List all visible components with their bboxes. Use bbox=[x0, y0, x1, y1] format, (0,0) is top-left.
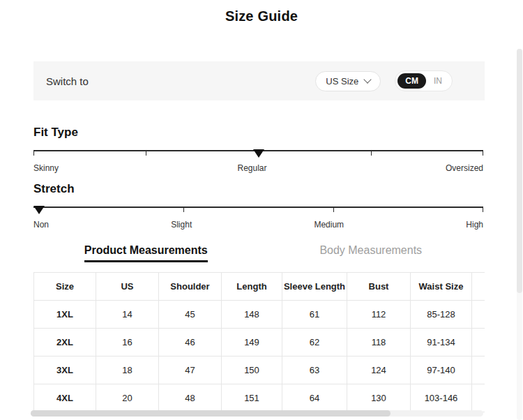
unit-option-in[interactable]: IN bbox=[426, 73, 450, 89]
switch-to-label: Switch to bbox=[46, 75, 89, 87]
value-cell: 118 bbox=[347, 329, 411, 357]
stretch-label: Non bbox=[33, 220, 49, 230]
switch-controls: US Size CM IN bbox=[315, 70, 453, 91]
value-cell bbox=[472, 384, 485, 412]
column-header bbox=[472, 273, 485, 301]
value-cell: 61 bbox=[282, 301, 347, 329]
fit-type-scale bbox=[33, 150, 483, 151]
value-cell: 46 bbox=[159, 329, 222, 357]
fit-type-tick bbox=[483, 151, 483, 156]
horizontal-scrollbar-thumb[interactable] bbox=[31, 410, 391, 417]
measurement-tabs: Product Measurements Body Measurements bbox=[33, 244, 483, 262]
stretch-label: High bbox=[466, 220, 483, 230]
column-header: Waist Size bbox=[411, 273, 472, 301]
value-cell: 149 bbox=[222, 329, 282, 357]
chevron-down-icon bbox=[364, 75, 372, 83]
stretch-scale-labels: NonSlightMediumHigh bbox=[33, 220, 483, 230]
tab-body-measurements-label: Body Measurements bbox=[319, 244, 422, 260]
value-cell: 103-146 bbox=[411, 384, 472, 412]
measurements-table-viewport: SizeUSShoulderLengthSleeve LengthBustWai… bbox=[33, 272, 485, 412]
fit-type-label: Oversized bbox=[446, 163, 483, 173]
value-cell: 151 bbox=[222, 384, 282, 412]
value-cell: 85-128 bbox=[411, 301, 472, 329]
value-cell: 97-140 bbox=[411, 357, 472, 384]
size-cell: 3XL bbox=[34, 357, 96, 384]
stretch-tick bbox=[333, 208, 334, 212]
size-system-dropdown[interactable]: US Size bbox=[315, 71, 381, 91]
fit-type-scale-labels: SkinnyRegularOversized bbox=[33, 163, 483, 173]
fit-type-tick bbox=[146, 151, 146, 156]
value-cell bbox=[472, 329, 485, 357]
vertical-scrollbar-track[interactable] bbox=[517, 49, 522, 420]
value-cell: 47 bbox=[159, 357, 222, 384]
table-row: 3XL18471506312497-140 bbox=[34, 357, 485, 384]
value-cell: 124 bbox=[347, 357, 411, 384]
value-cell bbox=[472, 357, 485, 384]
value-cell: 64 bbox=[282, 384, 347, 412]
fit-type-tick bbox=[371, 151, 372, 156]
column-header: Sleeve Length bbox=[282, 273, 347, 301]
column-header: US bbox=[96, 273, 159, 301]
stretch-tick bbox=[483, 208, 483, 212]
tab-product-measurements-label: Product Measurements bbox=[84, 244, 208, 262]
page-title: Size Guide bbox=[0, 8, 523, 24]
column-header: Size bbox=[34, 273, 96, 301]
size-cell: 2XL bbox=[34, 329, 96, 357]
stretch-marker bbox=[33, 206, 45, 214]
horizontal-scrollbar-track[interactable] bbox=[31, 410, 483, 417]
value-cell: 16 bbox=[96, 329, 159, 357]
column-header: Length bbox=[222, 273, 282, 301]
value-cell: 148 bbox=[222, 301, 282, 329]
value-cell: 91-134 bbox=[411, 329, 472, 357]
size-cell: 1XL bbox=[34, 301, 96, 329]
tab-product-measurements[interactable]: Product Measurements bbox=[33, 244, 259, 262]
value-cell: 130 bbox=[347, 384, 411, 412]
stretch-heading: Stretch bbox=[33, 181, 483, 197]
vertical-scrollbar-thumb[interactable] bbox=[517, 49, 522, 293]
fit-type-marker bbox=[253, 149, 264, 158]
stretch-label: Medium bbox=[314, 220, 344, 230]
stretch-section: Stretch NonSlightMediumHigh bbox=[33, 181, 483, 230]
fit-type-heading: Fit Type bbox=[33, 125, 483, 140]
unit-option-cm[interactable]: CM bbox=[397, 73, 426, 89]
value-cell: 112 bbox=[347, 301, 411, 329]
value-cell: 45 bbox=[159, 301, 222, 329]
table-row: 4XL204815164130103-146 bbox=[34, 384, 485, 412]
value-cell: 20 bbox=[96, 384, 159, 412]
value-cell: 48 bbox=[159, 384, 222, 412]
stretch-label: Slight bbox=[171, 220, 192, 230]
fit-type-tick bbox=[33, 151, 34, 156]
fit-type-label: Regular bbox=[237, 163, 266, 173]
stretch-tick bbox=[183, 208, 184, 212]
table-row: 1XL14451486111285-128 bbox=[34, 301, 485, 329]
column-header: Bust bbox=[347, 273, 411, 301]
measurements-table: SizeUSShoulderLengthSleeve LengthBustWai… bbox=[33, 272, 485, 412]
fit-type-section: Fit Type SkinnyRegularOversized bbox=[33, 125, 483, 173]
fit-type-label: Skinny bbox=[33, 163, 59, 173]
table-row: 2XL16461496211891-134 bbox=[34, 329, 485, 357]
value-cell: 150 bbox=[222, 357, 282, 384]
value-cell: 18 bbox=[96, 357, 159, 384]
size-system-value: US Size bbox=[326, 76, 358, 87]
size-cell: 4XL bbox=[34, 384, 96, 412]
table-header-row: SizeUSShoulderLengthSleeve LengthBustWai… bbox=[34, 273, 485, 301]
value-cell: 62 bbox=[282, 329, 347, 357]
column-header: Shoulder bbox=[159, 273, 222, 301]
stretch-scale bbox=[33, 207, 483, 208]
value-cell: 14 bbox=[96, 301, 159, 329]
switch-bar: Switch to US Size CM IN bbox=[33, 61, 485, 100]
tab-body-measurements[interactable]: Body Measurements bbox=[259, 244, 484, 262]
value-cell bbox=[472, 301, 485, 329]
unit-toggle: CM IN bbox=[395, 70, 453, 91]
value-cell: 63 bbox=[282, 357, 347, 384]
